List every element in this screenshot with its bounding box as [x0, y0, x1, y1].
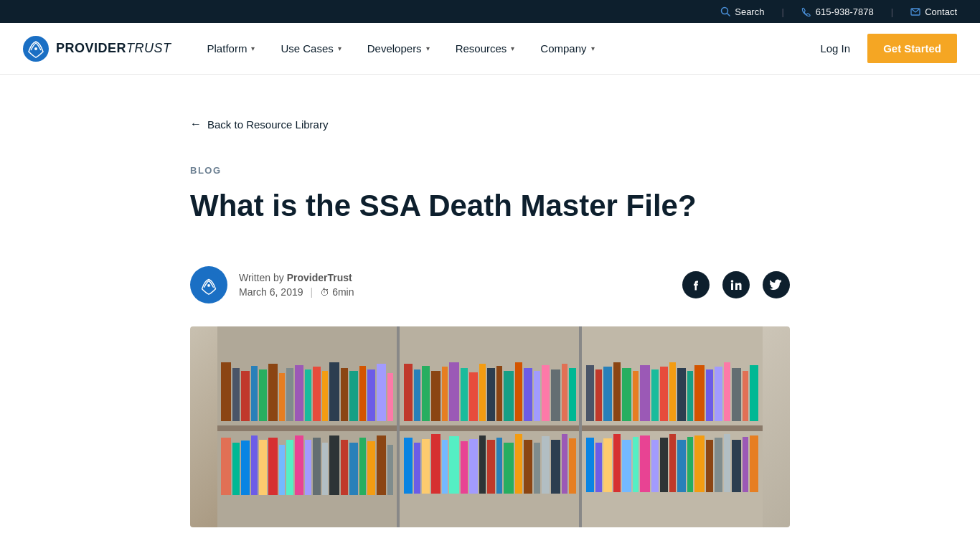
- login-button[interactable]: Log In: [814, 42, 856, 55]
- svg-rect-66: [524, 368, 532, 421]
- back-link[interactable]: ← Back to Resource Library: [190, 118, 328, 131]
- svg-rect-25: [341, 368, 348, 421]
- facebook-share-button[interactable]: [682, 271, 710, 298]
- nav-actions: Log In Get Started: [814, 34, 957, 63]
- svg-rect-22: [313, 367, 321, 421]
- svg-rect-131: [750, 435, 758, 492]
- article-header: BLOG What is the SSA Death Master File?: [190, 148, 790, 246]
- svg-rect-120: [651, 440, 659, 492]
- svg-rect-93: [582, 425, 763, 431]
- svg-line-1: [727, 14, 730, 17]
- svg-rect-21: [305, 369, 311, 421]
- svg-rect-41: [313, 438, 321, 495]
- logo-text: PROVIDERTRUST: [56, 41, 171, 56]
- svg-rect-100: [640, 365, 650, 421]
- svg-rect-53: [404, 364, 413, 421]
- chevron-down-icon: ▾: [338, 44, 341, 52]
- back-arrow-icon: ←: [190, 118, 202, 131]
- svg-rect-125: [694, 435, 705, 492]
- svg-rect-24: [329, 362, 339, 421]
- svg-rect-44: [341, 440, 348, 495]
- social-icons: [682, 271, 790, 298]
- svg-rect-56: [431, 371, 440, 421]
- svg-rect-105: [687, 371, 693, 421]
- svg-rect-30: [387, 373, 393, 421]
- svg-rect-36: [268, 438, 278, 495]
- phone-link[interactable]: 615-938-7878: [801, 6, 874, 17]
- svg-rect-64: [504, 371, 514, 421]
- author-row: Written by ProviderTrust March 6, 2019 |…: [190, 246, 790, 326]
- svg-rect-37: [279, 445, 285, 495]
- svg-rect-119: [640, 435, 650, 492]
- svg-rect-31: [221, 438, 231, 495]
- written-by-label: Written by ProviderTrust: [239, 272, 354, 283]
- svg-rect-86: [534, 443, 540, 494]
- svg-rect-15: [251, 366, 258, 421]
- svg-rect-122: [669, 434, 676, 492]
- nav-platform[interactable]: Platform ▾: [194, 23, 268, 75]
- svg-rect-111: [743, 371, 748, 421]
- chevron-down-icon: ▾: [251, 44, 255, 52]
- get-started-button[interactable]: Get Started: [867, 34, 957, 63]
- svg-rect-115: [603, 438, 612, 492]
- author-meta: Written by ProviderTrust March 6, 2019 |…: [239, 272, 354, 298]
- svg-rect-112: [750, 365, 758, 421]
- svg-rect-55: [422, 366, 430, 421]
- svg-rect-69: [551, 369, 560, 421]
- logo[interactable]: PROVIDERTRUST: [23, 36, 171, 62]
- svg-rect-62: [487, 368, 495, 421]
- svg-rect-77: [449, 436, 459, 494]
- svg-rect-58: [449, 362, 459, 421]
- nav-resources[interactable]: Resources ▾: [443, 23, 528, 75]
- svg-rect-57: [442, 367, 448, 421]
- twitter-share-button[interactable]: [763, 271, 790, 298]
- svg-rect-67: [534, 371, 540, 421]
- svg-rect-87: [542, 436, 550, 494]
- svg-rect-76: [442, 440, 448, 494]
- nav-developers[interactable]: Developers ▾: [354, 23, 443, 75]
- svg-rect-84: [515, 434, 522, 494]
- svg-rect-16: [259, 369, 267, 421]
- linkedin-share-button[interactable]: [722, 271, 750, 298]
- svg-rect-52: [400, 425, 579, 431]
- svg-rect-126: [706, 440, 713, 492]
- svg-rect-50: [397, 326, 400, 527]
- svg-rect-39: [295, 435, 303, 495]
- svg-rect-33: [241, 441, 250, 495]
- svg-rect-91: [579, 326, 582, 527]
- nav-use-cases[interactable]: Use Cases ▾: [268, 23, 354, 75]
- main-nav: PROVIDERTRUST Platform ▾ Use Cases ▾ Dev…: [0, 23, 980, 75]
- svg-rect-17: [268, 364, 278, 421]
- svg-rect-42: [322, 443, 328, 495]
- svg-rect-99: [633, 371, 639, 421]
- svg-rect-43: [329, 435, 339, 495]
- svg-rect-121: [660, 438, 668, 492]
- svg-rect-48: [377, 435, 386, 495]
- svg-rect-123: [677, 440, 686, 492]
- svg-rect-89: [562, 434, 567, 494]
- svg-rect-124: [687, 437, 693, 492]
- svg-rect-96: [603, 367, 612, 421]
- svg-rect-60: [469, 372, 478, 421]
- svg-rect-109: [724, 362, 730, 421]
- svg-rect-13: [232, 368, 240, 421]
- svg-rect-72: [404, 438, 413, 494]
- svg-rect-80: [479, 435, 486, 494]
- svg-rect-61: [479, 364, 486, 421]
- svg-rect-19: [286, 368, 293, 421]
- svg-rect-78: [461, 441, 468, 494]
- svg-rect-35: [259, 440, 267, 495]
- svg-rect-20: [295, 365, 303, 421]
- search-link[interactable]: Search: [720, 6, 764, 17]
- svg-rect-97: [613, 362, 621, 421]
- chevron-down-icon: ▾: [511, 44, 514, 52]
- svg-rect-114: [595, 443, 602, 492]
- svg-rect-11: [217, 425, 397, 431]
- svg-rect-34: [251, 435, 258, 495]
- contact-link[interactable]: Contact: [910, 6, 957, 17]
- svg-rect-113: [586, 438, 594, 492]
- nav-company[interactable]: Company ▾: [527, 23, 607, 75]
- back-link-area: ← Back to Resource Library: [190, 75, 790, 148]
- read-time: ⏱ 6min: [320, 286, 354, 298]
- top-bar-divider-2: |: [891, 6, 893, 17]
